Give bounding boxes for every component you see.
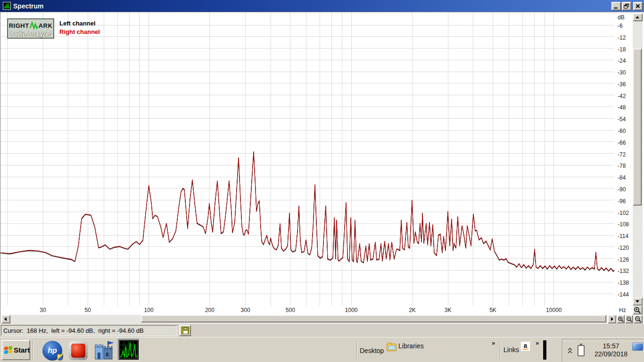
display-tray-icon[interactable] [632,343,643,351]
freq-tick-label: 50 [76,307,99,313]
rmaa-logo: RIGHT ARK Audio Analyzer [7,18,54,39]
freq-tick-label: 3K [436,307,460,313]
desktop-screen: Spectrum RIGHT ARK Audio Analyzer Left c… [0,0,644,362]
scroll-left-button[interactable] [1,315,10,323]
freq-tick-label: 10000 [542,307,566,313]
db-tick-label: -54 [618,116,626,123]
freq-axis: 305010020030050010002K3K5K10000Hz [0,306,632,315]
battery-icon[interactable] [578,345,585,356]
spectrum-analyzer-icon [119,340,138,359]
db-tick-label: -138 [618,280,629,286]
links-toolbar-overflow-chevron[interactable]: » [536,339,539,346]
show-hidden-icons-chevron[interactable] [567,347,573,354]
db-tick-label: -96 [618,198,626,205]
arrow-left-icon [4,317,7,321]
db-tick-label: -24 [618,58,626,64]
arrow-right-icon [611,317,613,321]
red-cube-icon [69,341,88,360]
taskbar-separator [33,340,33,360]
db-tick-label: -60 [618,128,626,134]
db-tick-label: -120 [618,245,629,251]
freq-tick-label: 100 [137,307,161,313]
vertical-scroll-track[interactable] [633,21,643,297]
db-tick-label: -6 [618,23,623,29]
chart-legend: Left channel Right channel [59,20,100,35]
db-tick-label: -66 [618,140,626,146]
db-tick-label: dB [618,14,625,21]
desktop-toolbar-label[interactable]: Desktop [360,347,384,354]
clock-time: 15:57 [590,342,632,350]
vertical-scroll-thumb[interactable] [633,49,642,206]
taskbar-button-spectrum[interactable] [118,339,140,361]
quick-launch-red-cube[interactable] [69,341,88,360]
db-tick-label: -126 [618,256,629,263]
taskbar-separator [356,340,357,360]
freq-tick-label: 1000 [339,307,363,313]
cursor-readout: Cursor: 168 Hz, left = -94.60 dB, right … [1,325,177,336]
notification-area: 15:57 22/09/2018 [562,339,643,362]
db-tick-label: -114 [618,233,628,239]
clock-date: 22/09/2018 [590,350,632,358]
db-tick-label: -90 [618,186,626,193]
freq-tick-label: 300 [234,307,257,313]
window-title: Spectrum [13,2,611,10]
quick-launch-hp[interactable]: hp [42,341,62,361]
amazon-link-icon[interactable]: a [520,341,530,351]
db-tick-label: -78 [618,163,626,169]
windows-flag-icon [4,346,12,354]
vertical-zoom-in-button[interactable] [633,305,643,314]
links-toolbar-label[interactable]: Links [504,346,519,354]
horizontal-scroll-thumb[interactable] [141,315,606,322]
zoom-in-icon [618,316,624,323]
castle-icon [93,340,115,360]
restore-button[interactable] [622,2,631,10]
toolbar-divider-bar [543,340,546,360]
logo-text-right: ARK [39,22,53,29]
desktop-toolbar-overflow-chevron[interactable]: » [492,339,495,346]
db-tick-label: -48 [618,104,626,111]
horizontal-zoom-out-button[interactable] [625,315,633,323]
db-tick-label: -30 [618,69,626,76]
freq-tick-label: 500 [279,307,302,313]
taskbar-separator [500,340,501,360]
spectrum-app-icon [3,2,11,10]
arrow-down-icon [636,300,639,303]
quick-launch-castle[interactable] [93,340,115,362]
start-label: Start [14,346,30,354]
taskbar-clock[interactable]: 15:57 22/09/2018 [590,342,632,358]
zoom-in-icon [634,306,641,314]
horizontal-scroll-track[interactable] [10,315,607,323]
db-tick-label: -144 [618,291,629,298]
chart-gridlines [0,12,615,306]
start-button[interactable]: Start [1,340,30,360]
freq-tick-label: 2K [401,307,424,313]
window-titlebar[interactable]: Spectrum [0,0,644,12]
db-tick-label: -42 [618,93,626,99]
hp-icon: hp [42,341,62,361]
scroll-down-button[interactable] [633,297,643,305]
hp-shield-badge [57,354,63,361]
spectrum-chart[interactable] [0,12,632,306]
minimize-icon [614,8,618,8]
spectrum-window-body: RIGHT ARK Audio Analyzer Left channel Ri… [0,12,644,323]
freq-tick-label: 200 [198,307,222,313]
legend-left-channel: Left channel [59,20,100,27]
db-tick-label: -12 [618,34,626,41]
db-tick-label: -102 [618,210,629,216]
logo-text-left: RIGHT [9,22,29,29]
logo-subtitle: Audio Analyzer [8,31,53,37]
arrow-up-icon [636,16,639,18]
save-floppy-icon [182,327,189,334]
legend-right-channel: Right channel [59,28,100,35]
scroll-up-button[interactable] [633,13,643,21]
db-tick-label: -18 [618,46,626,53]
scroll-right-button[interactable] [608,315,616,323]
freq-tick-label: 5K [481,307,504,313]
save-button[interactable] [179,325,191,336]
close-button[interactable] [633,2,643,10]
minimize-button[interactable] [611,2,621,10]
logo-waveform-icon [30,21,38,30]
zoom-reset-button[interactable] [634,315,643,323]
horizontal-zoom-in-button[interactable] [617,315,625,323]
zoom-out-icon [626,316,633,323]
